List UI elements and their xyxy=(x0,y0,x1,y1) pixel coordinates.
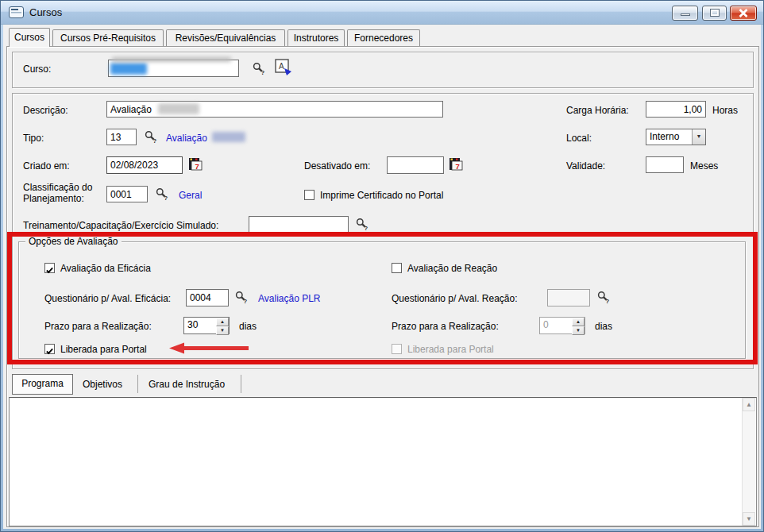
treinamento-search-icon[interactable]: ? xyxy=(355,218,368,233)
prazo-eficacia-value: 30 xyxy=(187,319,198,330)
local-selected-value: Interno xyxy=(650,131,679,142)
criado-em-calendar-icon[interactable]: 7 xyxy=(188,157,203,173)
tab-programa[interactable]: Programa xyxy=(12,374,73,395)
prazo-reacao-value: 0 xyxy=(543,319,549,330)
stepper-down-icon[interactable]: ▼ xyxy=(216,326,229,335)
scroll-up-icon[interactable]: ▲ xyxy=(743,398,755,411)
classificacao-link[interactable]: Geral xyxy=(179,190,202,201)
tab-label: Instrutores xyxy=(288,30,344,44)
svg-text:?: ? xyxy=(164,195,168,201)
validade-input[interactable] xyxy=(646,156,684,173)
tab-fornecedores[interactable]: Fornecedores xyxy=(347,29,420,47)
questionario-eficacia-label: Questionário p/ Aval. Eficácia: xyxy=(44,293,171,304)
liberada-portal-eficacia-checkbox[interactable] xyxy=(44,344,55,354)
tipo-input[interactable] xyxy=(106,129,137,145)
tab-cursos-pre-requisitos[interactable]: Cursos Pré-Requisitos xyxy=(52,29,164,47)
meses-label: Meses xyxy=(690,160,718,172)
desativado-em-calendar-icon[interactable]: 7 xyxy=(449,157,463,173)
annotation-arrow-icon xyxy=(169,341,252,355)
tipo-label: Tipo: xyxy=(23,133,44,144)
desativado-em-label: Desativado em: xyxy=(304,160,370,172)
questionario-eficacia-input[interactable] xyxy=(186,289,229,306)
tab-cursos[interactable]: Cursos xyxy=(9,28,50,47)
avaliacao-eficacia-checkbox[interactable] xyxy=(44,263,55,273)
horas-label: Horas xyxy=(712,105,738,116)
local-select[interactable]: Interno ▼ xyxy=(646,129,706,145)
questionario-reacao-input xyxy=(547,289,590,306)
questionario-eficacia-link[interactable]: Avaliação PLR xyxy=(258,293,321,304)
tab-revisoes-equivalencias[interactable]: Revisões/Equivalências xyxy=(166,29,285,47)
avaliacao-eficacia-label[interactable]: Avaliação da Eficácia xyxy=(60,263,151,274)
maximize-icon xyxy=(711,10,719,16)
stepper-up-icon: ▲ xyxy=(572,318,585,326)
vertical-scrollbar[interactable]: ▲ ▼ xyxy=(742,398,755,526)
classificacao-label-line2: Planejamento: xyxy=(23,193,84,204)
criado-em-input[interactable] xyxy=(106,156,183,174)
tab-label: Revisões/Equivalências xyxy=(167,30,284,44)
treinamento-input[interactable] xyxy=(249,216,349,233)
close-button[interactable] xyxy=(730,6,757,21)
minimize-icon xyxy=(681,13,690,16)
svg-text:7: 7 xyxy=(195,162,199,171)
local-label: Local: xyxy=(566,133,592,144)
curso-search-icon[interactable]: ? xyxy=(252,62,265,78)
prazo-eficacia-label: Prazo para a Realização: xyxy=(44,321,152,332)
svg-text:?: ? xyxy=(606,298,610,304)
criado-em-label: Criado em: xyxy=(23,160,70,172)
tab-label: Cursos Pré-Requisitos xyxy=(53,30,163,44)
scroll-down-icon[interactable]: ▼ xyxy=(743,512,755,526)
svg-text:?: ? xyxy=(244,298,248,304)
tab-instrutores[interactable]: Instrutores xyxy=(287,29,345,47)
opcoes-avaliacao-title: Opções de Avaliação xyxy=(25,236,122,247)
titlebar[interactable]: Cursos xyxy=(1,1,763,25)
classificacao-input[interactable] xyxy=(106,186,148,202)
tab-label: Fornecedores xyxy=(348,30,419,44)
tab-label: Programa xyxy=(21,378,64,389)
imprime-certificado-checkbox[interactable] xyxy=(304,190,314,200)
chevron-down-icon[interactable]: ▼ xyxy=(692,129,705,145)
minimize-button[interactable] xyxy=(672,6,698,21)
tab-grau-instrucao[interactable]: Grau de Instrução xyxy=(149,379,225,390)
descricao-label: Descrição: xyxy=(23,105,68,116)
redacted-descricao-value xyxy=(158,103,199,114)
tipo-link[interactable]: Avaliação xyxy=(166,133,207,144)
liberada-portal-eficacia-label[interactable]: Liberada para Portal xyxy=(60,344,147,355)
curso-label: Curso: xyxy=(23,64,51,75)
svg-text:7: 7 xyxy=(456,162,460,171)
programa-textarea[interactable] xyxy=(9,397,757,526)
stepper-up-icon[interactable]: ▲ xyxy=(216,318,229,326)
maximize-button[interactable] xyxy=(702,6,727,21)
tab-label: Grau de Instrução xyxy=(149,379,225,390)
tab-objetivos[interactable]: Objetivos xyxy=(83,379,122,390)
tab-label: Cursos xyxy=(10,29,49,43)
desativado-em-input[interactable] xyxy=(387,156,444,174)
tipo-search-icon[interactable]: ? xyxy=(144,130,157,146)
redacted-curso-value xyxy=(110,63,147,75)
svg-text:A: A xyxy=(279,62,284,71)
redacted-curso-smudge xyxy=(112,57,231,62)
window-title: Cursos xyxy=(29,6,62,18)
svg-text:?: ? xyxy=(261,69,265,75)
carga-horaria-input[interactable] xyxy=(646,101,706,118)
questionario-eficacia-search-icon[interactable]: ? xyxy=(234,291,248,306)
validade-label: Validade: xyxy=(566,160,605,172)
dias-eficacia-label: dias xyxy=(239,321,257,332)
prazo-reacao-stepper: 0 ▲ ▼ xyxy=(539,317,585,334)
imprime-certificado-label[interactable]: Imprime Certificado no Portal xyxy=(320,190,443,201)
curso-font-edit-icon[interactable]: A xyxy=(275,59,292,79)
classificacao-label-line1: Classificação do xyxy=(23,182,92,193)
redacted-tipo-link xyxy=(212,132,245,142)
checkmark-icon xyxy=(45,266,54,275)
questionario-reacao-label: Questionário p/ Aval. Reação: xyxy=(392,293,518,304)
carga-horaria-label: Carga Horária: xyxy=(566,105,629,116)
svg-text:?: ? xyxy=(153,137,157,144)
prazo-eficacia-stepper[interactable]: 30 ▲ ▼ xyxy=(183,317,230,334)
descricao-input[interactable] xyxy=(106,101,443,118)
avaliacao-reacao-checkbox[interactable] xyxy=(392,263,402,273)
questionario-reacao-search-icon[interactable]: ? xyxy=(596,291,610,306)
classificacao-search-icon[interactable]: ? xyxy=(155,187,168,203)
tab-separator xyxy=(241,375,241,393)
avaliacao-reacao-label[interactable]: Avaliação de Reação xyxy=(407,263,497,274)
tab-separator xyxy=(137,375,138,393)
svg-text:?: ? xyxy=(365,225,368,231)
